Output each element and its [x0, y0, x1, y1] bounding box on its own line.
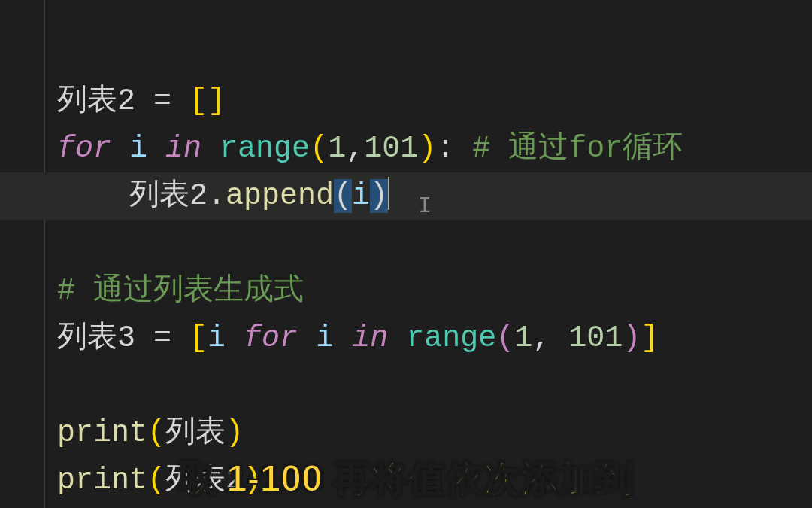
bracket-close: ]	[208, 84, 226, 118]
variable: 列表	[165, 416, 226, 450]
code-line[interactable]	[57, 220, 812, 267]
number: 1	[514, 321, 532, 355]
identifier: i	[208, 321, 226, 355]
code-line[interactable]: # 通过列表生成式	[57, 267, 812, 315]
colon: :	[436, 132, 454, 166]
paren-close: )	[418, 132, 436, 166]
space	[147, 132, 165, 166]
operator: =	[135, 321, 189, 355]
paren-close-selected: )	[370, 179, 388, 213]
paren-close: )	[226, 416, 244, 450]
comment: # 通过列表生成式	[57, 274, 304, 308]
space	[226, 321, 244, 355]
bracket-open: [	[189, 321, 208, 355]
identifier: i	[129, 132, 147, 166]
space	[388, 321, 406, 355]
variable: 列表2	[57, 84, 135, 118]
gutter	[0, 0, 45, 508]
code-line[interactable]: for i in range(1,101): # 通过for循环	[57, 125, 812, 172]
operator: =	[135, 84, 189, 118]
keyword-for: for	[57, 132, 111, 166]
bracket-close: ]	[641, 321, 659, 355]
comment: # 通过for循环	[472, 132, 683, 166]
comma: ,	[346, 132, 364, 166]
code-line[interactable]	[57, 362, 812, 409]
space	[334, 321, 352, 355]
builtin-range: range	[220, 132, 310, 166]
variable: 列表3	[57, 321, 135, 355]
code-line[interactable]	[57, 0, 812, 30]
bracket-open: [	[189, 84, 208, 118]
code-line[interactable]: print(列表)	[57, 409, 812, 457]
paren-open: (	[147, 416, 165, 450]
variable: 列表2	[165, 464, 244, 497]
variable: 列表2	[129, 179, 208, 213]
code-line[interactable]: 列表3 = [i for i in range(1, 101)]	[57, 315, 812, 362]
keyword-in: in	[165, 132, 201, 166]
code-line[interactable]: print(列表2)	[57, 457, 812, 504]
code-line-active[interactable]: 列表2.append(i)I	[57, 172, 812, 220]
identifier: i	[352, 179, 370, 213]
number: 101	[568, 321, 623, 355]
paren-close: )	[623, 321, 641, 355]
number: 1	[328, 132, 346, 166]
paren-open: (	[496, 321, 514, 355]
keyword-for: for	[244, 321, 298, 355]
method-append: append	[226, 179, 334, 213]
space	[298, 321, 316, 355]
paren-open-selected: (	[334, 179, 352, 213]
code-area[interactable]: 列表2 = [] for i in range(1,101): # 通过for循…	[47, 0, 812, 508]
indent	[57, 179, 129, 213]
number: 101	[364, 132, 418, 166]
space	[201, 132, 220, 166]
paren-close: )	[244, 464, 262, 497]
code-line[interactable]: print(列表3)	[57, 504, 812, 508]
space	[111, 132, 129, 166]
builtin-range: range	[406, 321, 496, 355]
identifier: i	[316, 321, 334, 355]
paren-open: (	[147, 464, 165, 497]
comma: ,	[532, 321, 568, 355]
paren-open: (	[310, 132, 328, 166]
text-cursor	[388, 177, 389, 210]
code-line[interactable]	[57, 30, 812, 78]
builtin-print: print	[57, 416, 147, 450]
keyword-in: in	[352, 321, 388, 355]
builtin-print: print	[57, 464, 147, 497]
code-line[interactable]: 列表2 = []	[57, 78, 812, 125]
space	[454, 132, 472, 166]
code-editor[interactable]: 列表2 = [] for i in range(1,101): # 通过for循…	[0, 0, 812, 508]
dot: .	[208, 179, 226, 213]
